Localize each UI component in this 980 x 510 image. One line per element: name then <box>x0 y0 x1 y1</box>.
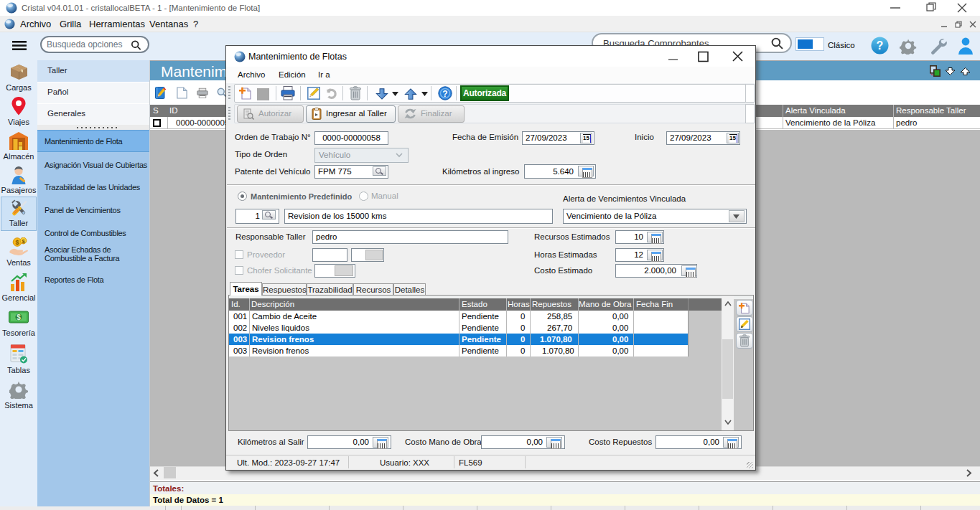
svg-text:$: $ <box>15 239 19 246</box>
svg-text:?: ? <box>877 39 884 52</box>
svg-text:?: ? <box>442 89 447 99</box>
svg-text:$: $ <box>17 313 21 321</box>
